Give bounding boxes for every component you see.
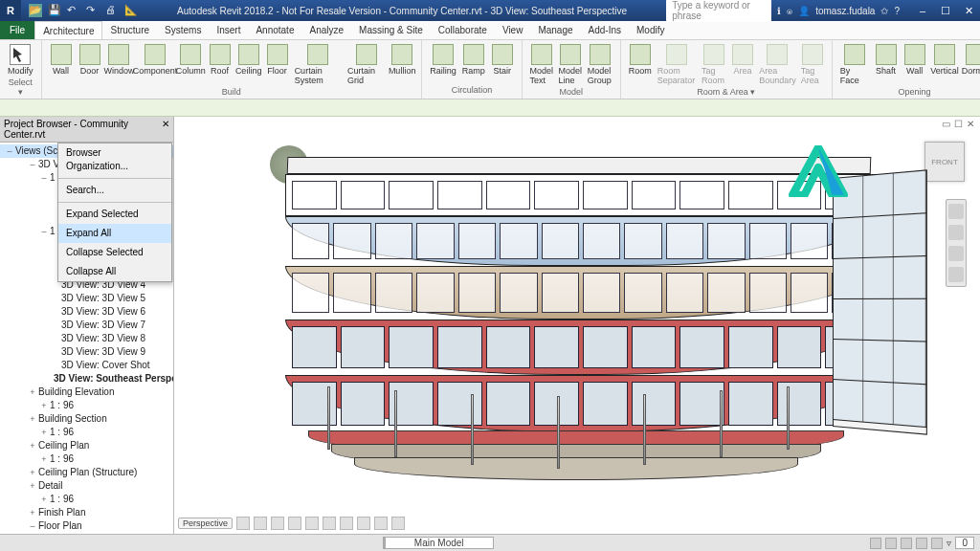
tree-row[interactable]: +Building Elevation (0, 386, 173, 399)
favorite-icon[interactable]: ✩ (880, 6, 888, 16)
qat-redo-icon[interactable]: ↷ (86, 4, 100, 17)
tab-massing-site[interactable]: Massing & Site (351, 21, 431, 39)
model-text-button[interactable]: Model Text (528, 42, 555, 87)
tab-addins[interactable]: Add-Ins (581, 21, 629, 39)
file-tab[interactable]: File (0, 21, 34, 39)
tree-row[interactable]: +1 : 96 (0, 426, 173, 439)
tree-row[interactable]: +1 : 96 (0, 399, 173, 412)
tree-row[interactable]: +1 : 96 (0, 493, 173, 506)
select-face-icon[interactable] (916, 538, 927, 549)
tree-row[interactable]: +Detail (0, 479, 173, 493)
qat-save-icon[interactable]: 💾 (48, 4, 61, 17)
select-links-icon[interactable] (870, 538, 881, 549)
cm-browser-org[interactable]: Browser Organization... (58, 143, 171, 176)
help-search-input[interactable]: Type a keyword or phrase (666, 0, 771, 22)
maximize-button[interactable]: ☐ (934, 5, 957, 17)
tree-row[interactable]: 3D View: Southeast Perspective (0, 372, 173, 386)
close-button[interactable]: ✕ (957, 5, 980, 17)
cm-search[interactable]: Search... (58, 181, 171, 200)
temporary-hide-icon[interactable] (374, 517, 388, 530)
qat-measure-icon[interactable]: 📐 (124, 4, 138, 17)
drag-elements-icon[interactable] (931, 538, 943, 549)
qat-undo-icon[interactable]: ↶ (67, 4, 80, 17)
column-button[interactable]: Column (177, 42, 205, 77)
view-scale[interactable]: Perspective (178, 518, 233, 529)
reveal-hidden-icon[interactable] (391, 517, 405, 530)
tab-modify[interactable]: Modify (629, 21, 672, 39)
select-underlay-icon[interactable] (885, 538, 897, 549)
ramp-button[interactable]: Ramp (460, 42, 487, 77)
cm-expand-selected[interactable]: Expand Selected (58, 205, 171, 224)
area-boundary-button[interactable]: Area Boundary (758, 42, 797, 87)
tree-row[interactable]: 3D View: Cover Shot (0, 359, 173, 372)
cm-collapse-selected[interactable]: Collapse Selected (58, 243, 171, 262)
select-pinned-icon[interactable] (901, 538, 912, 549)
dormer-button[interactable]: Dormer (961, 42, 980, 77)
tree-row[interactable]: 3D View: 3D View 9 (0, 345, 173, 359)
stair-button[interactable]: Stair (489, 42, 516, 77)
tag-room-button[interactable]: Tag Room (700, 42, 727, 87)
nav-zoom-icon[interactable] (948, 246, 964, 261)
vp-maximize-icon[interactable]: ☐ (954, 119, 963, 129)
floor-button[interactable]: Floor (264, 42, 291, 77)
crop-region-icon[interactable] (340, 517, 353, 530)
project-browser-tree[interactable]: –Views (Sca... Browser Organization... S… (0, 143, 173, 534)
main-model-selector[interactable]: Main Model (385, 537, 494, 549)
component-button[interactable]: Component (135, 42, 174, 77)
wall-opening-button[interactable]: Wall (902, 42, 928, 77)
nav-wheel-icon[interactable] (948, 204, 964, 219)
tag-area-button[interactable]: Tag Area (799, 42, 826, 87)
nav-pan-icon[interactable] (948, 225, 964, 240)
rendering-icon[interactable] (305, 517, 319, 530)
tree-row[interactable]: 3D View: 3D View 6 (0, 305, 173, 319)
nav-orbit-icon[interactable] (948, 267, 964, 282)
shadows-icon[interactable] (288, 517, 301, 530)
modify-button[interactable]: Modify (6, 42, 35, 77)
user-icon[interactable]: 👤 (798, 6, 810, 16)
tree-row[interactable]: +Ceiling Plan (Structure) (0, 466, 173, 479)
tab-collaborate[interactable]: Collaborate (431, 21, 495, 39)
window-button[interactable]: Window (105, 42, 134, 77)
project-browser-title[interactable]: Project Browser - Community Center.rvt ✕ (0, 117, 173, 143)
room-button[interactable]: Room (627, 42, 654, 77)
help-icon[interactable]: ? (894, 6, 900, 16)
area-button[interactable]: Area (729, 42, 756, 77)
info-icon[interactable]: ℹ (777, 6, 781, 16)
qat-print-icon[interactable]: 🖨 (105, 4, 119, 17)
visual-style-icon[interactable] (254, 517, 267, 530)
curtain-grid-button[interactable]: Curtain Grid (345, 42, 387, 87)
tab-analyze[interactable]: Analyze (301, 21, 351, 39)
crop-view-icon[interactable] (323, 517, 336, 530)
tree-row[interactable]: +1 : 192 (0, 533, 173, 534)
model-line-button[interactable]: Model Line (557, 42, 584, 87)
minimize-button[interactable]: – (911, 5, 934, 17)
railing-button[interactable]: Railing (428, 42, 458, 77)
shaft-button[interactable]: Shaft (873, 42, 900, 77)
roof-button[interactable]: Roof (207, 42, 234, 77)
vp-close-icon[interactable]: ✕ (967, 119, 974, 129)
ceiling-button[interactable]: Ceiling (235, 42, 262, 77)
mullion-button[interactable]: Mullion (389, 42, 415, 77)
vertical-button[interactable]: Vertical (930, 42, 960, 77)
viewport-3d[interactable]: ▭ ☐ ✕ FRONT (174, 117, 980, 534)
tab-structure[interactable]: Structure (102, 21, 157, 39)
by-face-button[interactable]: By Face (838, 42, 871, 87)
tab-architecture[interactable]: Architecture (34, 21, 102, 39)
detail-level-icon[interactable] (236, 517, 250, 530)
tab-systems[interactable]: Systems (157, 21, 209, 39)
tree-row[interactable]: 3D View: 3D View 7 (0, 319, 173, 332)
tab-insert[interactable]: Insert (209, 21, 248, 39)
lock-view-icon[interactable] (357, 517, 370, 530)
signin-icon[interactable]: ⍟ (787, 6, 792, 16)
tree-row[interactable]: +Ceiling Plan (0, 439, 173, 452)
panel-close-icon[interactable]: ✕ (162, 119, 169, 140)
tab-view[interactable]: View (495, 21, 531, 39)
qat-open-icon[interactable]: 📂 (29, 4, 42, 17)
tree-row[interactable]: +1 : 96 (0, 452, 173, 466)
tree-row[interactable]: –Floor Plan (0, 519, 173, 533)
tree-row[interactable]: +Finish Plan (0, 506, 173, 519)
wall-button[interactable]: Wall (48, 42, 75, 77)
tree-row[interactable]: 3D View: 3D View 5 (0, 292, 173, 305)
filter-icon[interactable]: ▿ (947, 538, 951, 548)
room-separator-button[interactable]: Room Separator (656, 42, 698, 87)
